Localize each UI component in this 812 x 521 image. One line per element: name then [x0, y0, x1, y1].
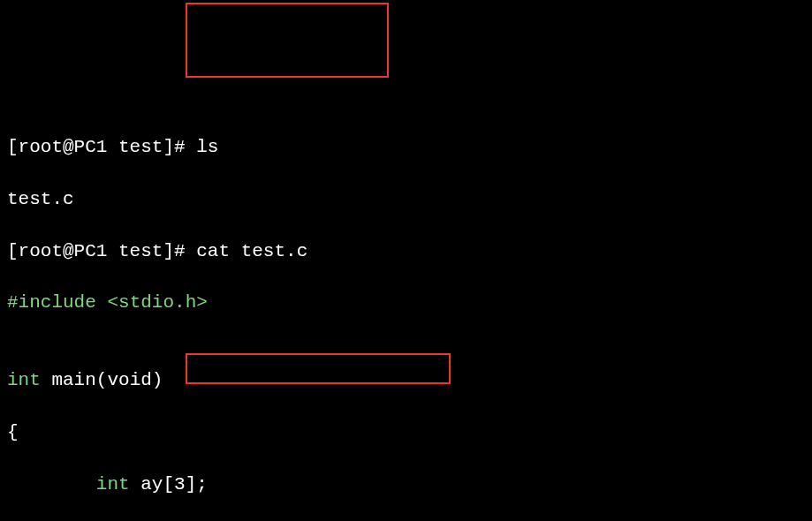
terminal-output[interactable]: [root@PC1 test]# ls test.c [root@PC1 tes… [7, 109, 805, 521]
c-array-decl: ay[3]; [130, 474, 208, 495]
c-main-decl: main(void) [41, 370, 163, 390]
shell-prompt: [root@PC1 test]# [7, 241, 196, 261]
shell-prompt: [root@PC1 test]# [7, 137, 196, 157]
c-keyword-int: int [7, 370, 41, 390]
c-header: <stdio.h> [107, 292, 207, 313]
command-ls: ls [196, 137, 218, 157]
c-brace-open: { [7, 422, 19, 442]
ls-output: test.c [7, 189, 74, 209]
c-keyword-int: int [7, 474, 130, 495]
command-cat: cat test.c [196, 241, 307, 261]
highlight-box-1 [186, 3, 389, 78]
c-include: #include [7, 292, 107, 313]
